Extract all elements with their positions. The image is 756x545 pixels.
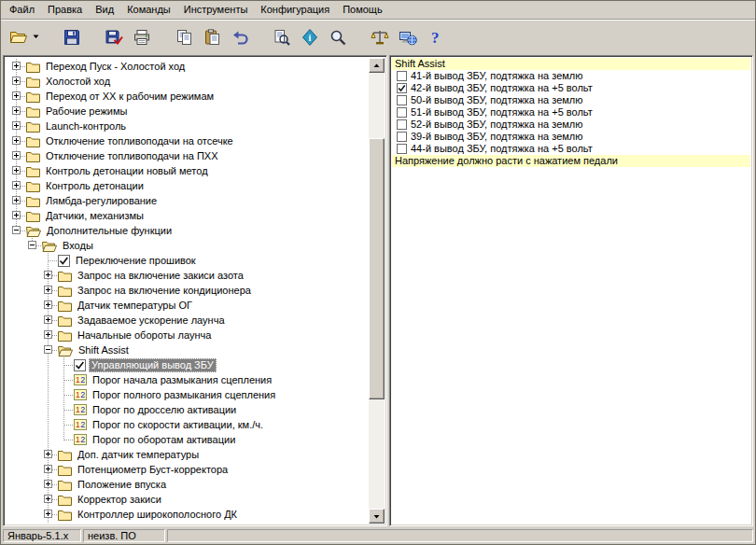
checkbox-empty-icon[interactable] (397, 144, 407, 154)
paste-button[interactable] (199, 24, 224, 49)
tree-item[interactable]: Отключение топливоподачи на ПХХ (9, 148, 369, 163)
tree-item-label[interactable]: Shift Assist (76, 343, 132, 357)
tree-item-label[interactable]: Порог полного размыкания сцепления (90, 388, 278, 402)
tree-item[interactable]: 12Порог по дросселю активации (9, 402, 369, 417)
expand-icon[interactable] (44, 330, 52, 339)
help-button[interactable]: ? (423, 24, 448, 49)
scrollbar-thumb[interactable] (369, 138, 385, 399)
copy-button[interactable] (171, 24, 196, 49)
tree-item-label[interactable]: Дополнительные функции (44, 224, 175, 238)
checkbox-checked-icon[interactable] (397, 83, 407, 93)
tree-item-label[interactable]: Контроль детонации новый метод (43, 164, 211, 178)
tree-item[interactable]: Лямбда-регулирование (9, 193, 369, 208)
tree-item-label[interactable]: Запрос на включение кондиционера (75, 284, 254, 298)
output-option-row[interactable]: 50-й вывод ЗБУ, подтяжка на землю (392, 94, 750, 106)
collapse-icon[interactable] (28, 241, 36, 249)
expand-icon[interactable] (44, 315, 52, 324)
tree-item[interactable]: Контроллер широкополосного ДК (9, 507, 369, 522)
tree-item[interactable]: Корректор закиси (9, 492, 369, 507)
expand-icon[interactable] (44, 300, 52, 309)
scrollbar-track[interactable] (369, 73, 385, 509)
expand-icon[interactable] (12, 211, 21, 219)
tree-item-label[interactable]: Переход от ХХ к рабочим режимам (43, 90, 217, 104)
tree-item-label[interactable]: Launch-контроль (43, 119, 129, 133)
tree-item[interactable] (9, 522, 369, 524)
menu-help[interactable]: Помощь (336, 2, 389, 18)
tree-item[interactable]: 12Порог по скорости активации, км./ч. (9, 417, 369, 432)
tree-item[interactable]: Переключение прошивок (9, 253, 369, 268)
tree-item[interactable]: Положение впуска (9, 477, 369, 492)
expand-icon[interactable] (12, 151, 21, 160)
collapse-icon[interactable] (12, 226, 21, 234)
tree-item-label[interactable]: Датчики, механизмы (43, 209, 147, 223)
tree-item-label[interactable]: Контроллер широкополосного ДК (75, 508, 240, 522)
menu-view[interactable]: Вид (89, 2, 120, 18)
tree-item-label[interactable]: Задаваемое ускорение лаунча (75, 314, 228, 328)
tree-item[interactable]: Рабочие режимы (9, 104, 369, 119)
expand-icon[interactable] (44, 510, 52, 518)
tree-item-label[interactable]: Начальные обороты лаунча (75, 328, 214, 342)
tree-item[interactable]: Потенциометр Буст-корректора (9, 462, 369, 477)
tree-item-label[interactable]: Порог по дросселю активации (90, 403, 239, 417)
tree-item[interactable]: Холостой ход (9, 74, 369, 89)
tree-item[interactable]: Переход Пуск - Холостой ход (9, 59, 369, 74)
tree-item-label[interactable]: Запрос на включение закиси азота (75, 269, 246, 283)
tools-button[interactable] (367, 24, 392, 49)
tree-item[interactable]: Запрос на включение кондиционера (9, 283, 369, 298)
tree-item-label[interactable]: Отключение топливоподачи на ПХХ (43, 149, 220, 163)
expand-icon[interactable] (12, 77, 21, 85)
menu-file[interactable]: Файл (3, 2, 41, 18)
checkbox-empty-icon[interactable] (397, 107, 407, 118)
output-option-row[interactable]: 41-й вывод ЗБУ, подтяжка на землю (392, 70, 750, 82)
tree-item-label[interactable]: Положение впуска (75, 478, 169, 492)
output-option-row[interactable]: 42-й вывод ЗБУ, подтяжка на +5 вольт (392, 82, 750, 94)
expand-icon[interactable] (44, 271, 52, 279)
tree-item[interactable]: Управляющий вывод ЗБУ (9, 357, 369, 372)
expand-icon[interactable] (12, 91, 21, 100)
tree-item[interactable]: 12Порог по оборотам активации (9, 432, 369, 447)
tree-scrollbar[interactable] (369, 58, 385, 524)
search-button[interactable] (325, 24, 350, 49)
menu-edit[interactable]: Правка (41, 2, 89, 18)
expand-icon[interactable] (44, 495, 52, 503)
open-dropdown-button[interactable] (30, 24, 42, 49)
tree-item[interactable]: 12Порог полного размыкания сцепления (9, 387, 369, 402)
tree-item[interactable]: 12Порог начала размыкания сцепления (9, 372, 369, 387)
output-option-row[interactable]: 52-й вывод ЗБУ, подтяжка на землю (392, 119, 750, 131)
expand-icon[interactable] (12, 121, 21, 130)
save-as-button[interactable] (101, 24, 126, 49)
tree-item-label[interactable]: Контроль детонации (43, 179, 147, 193)
output-option-row[interactable]: 44-й вывод ЗБУ, подтяжка на +5 вольт (392, 143, 750, 155)
tree-item[interactable]: Запрос на включение закиси азота (9, 268, 369, 283)
expand-icon[interactable] (44, 450, 52, 458)
tree-item[interactable]: Датчик температуры ОГ (9, 298, 369, 313)
output-option-row[interactable]: 51-й вывод ЗБУ, подтяжка на +5 вольт (392, 106, 750, 119)
tree-item-label-selected[interactable]: Управляющий вывод ЗБУ (89, 358, 217, 372)
tree-item-label[interactable]: Лямбда-регулирование (43, 194, 160, 208)
checkbox-empty-icon[interactable] (397, 71, 407, 81)
tree-item[interactable]: Входы (9, 238, 369, 253)
tree-item[interactable]: Задаваемое ускорение лаунча (9, 313, 369, 328)
tree-item[interactable]: Контроль детонации (9, 178, 369, 193)
menu-instruments[interactable]: Инструменты (177, 2, 255, 18)
collapse-icon[interactable] (44, 345, 52, 354)
network-button[interactable] (395, 24, 420, 49)
tree-item[interactable]: Дополнительные функции (9, 223, 369, 238)
checkbox-empty-icon[interactable] (397, 132, 407, 142)
tree-item-label[interactable]: Переход Пуск - Холостой ход (43, 60, 188, 74)
menu-commands[interactable]: Команды (120, 2, 177, 18)
output-option-row[interactable]: 39-й вывод ЗБУ, подтяжка на землю (392, 131, 750, 143)
tree-item-label[interactable]: Порог начала размыкания сцепления (90, 373, 274, 387)
tree-item[interactable]: Датчики, механизмы (9, 208, 369, 223)
tree-item-label[interactable]: Доп. датчик температуры (75, 448, 202, 462)
tree-item-label[interactable]: Отключение топливоподачи на отсечке (43, 134, 236, 148)
expand-icon[interactable] (12, 136, 21, 145)
expand-icon[interactable] (12, 62, 21, 70)
tree-item[interactable]: Launch-контроль (9, 119, 369, 133)
info-button[interactable]: i (297, 24, 322, 49)
checkbox-empty-icon[interactable] (397, 119, 407, 130)
tree-item-label[interactable]: Порог по скорости активации, км./ч. (90, 418, 266, 432)
expand-icon[interactable] (12, 196, 21, 204)
expand-icon[interactable] (12, 166, 21, 175)
tree-item-label[interactable]: Рабочие режимы (43, 105, 130, 119)
